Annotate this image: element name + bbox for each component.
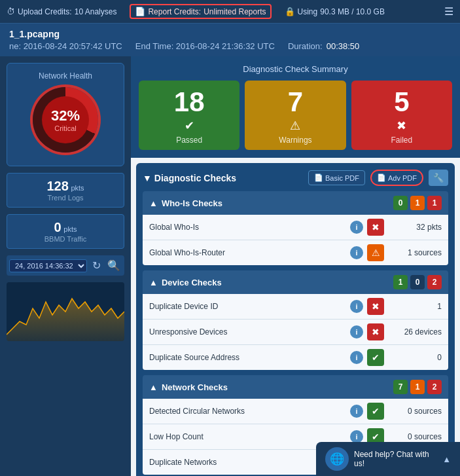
network-badge-1: 1 [410,380,425,394]
adv-pdf-icon: 📄 [377,174,386,182]
network-arrow: ▲ [149,382,158,392]
upload-icon: ⏱ [7,7,15,16]
trendlogs-value: 128 [46,179,68,193]
whois-arrow: ▲ [149,198,158,208]
whois-badge-0: 0 [393,196,408,210]
table-row: Duplicate Device ID i ✖ 1 [143,294,448,320]
gauge-outer: 32% Critical [33,87,98,153]
check-result-0: 32 pkts [389,223,442,232]
failed-count: 5 [357,88,447,116]
chat-widget[interactable]: 🌐 Need help? Chat with us! ▲ [316,442,460,476]
check-name-global-whois-router: Global Who-Is-Router [149,248,346,257]
gauge-container: 32% Critical [33,87,98,153]
status-icon-2: ✖ [367,298,384,315]
mini-chart [7,282,124,341]
info-icon-2[interactable]: i [350,300,363,313]
warnings-label: Warnings [250,136,340,145]
check-name-circular: Detected Circular Networks [149,407,346,416]
table-row: Global Who-Is i ✖ 32 pkts [143,215,448,240]
menu-icon[interactable]: ☰ [444,5,453,18]
whois-title: Who-Is Checks [162,198,222,208]
whois-badge-1: 1 [410,196,425,210]
chat-text: Need help? Chat with us! [354,450,437,468]
basic-pdf-button[interactable]: 📄 Basic PDF [308,170,365,185]
gauge-status: Critical [54,124,77,132]
stat-box-bbmd: 0 pkts BBMD Traffic [7,214,124,249]
pdf-icon: 📄 [314,174,323,182]
info-icon-6[interactable]: i [350,430,363,443]
warnings-icon: ⚠ [250,119,340,133]
right-panel: Diagnostic Check Summary 18 ✔ Passed 7 ⚠… [131,56,460,476]
check-result-3: 26 devices [389,327,442,337]
diag-arrow: ▼ [143,173,152,183]
upload-credits: ⏱ Upload Credits: 10 Analyses [7,7,116,16]
report-credits: 📄 Report Credits: Unlimited Reports [130,4,271,19]
main-layout: Network Health 32% Critical 128 pkts Tre… [0,56,460,476]
zoom-icon[interactable]: 🔍 [106,258,122,273]
info-icon-4[interactable]: i [350,351,363,364]
check-result-4: 0 [389,353,442,362]
trendlogs-desc: Trend Logs [15,194,116,202]
device-badge-1: 0 [410,275,425,289]
check-result-6: 0 sources [389,432,442,441]
info-icon-1[interactable]: i [350,246,363,259]
summary-warnings: 7 ⚠ Warnings [245,81,345,150]
passed-count: 18 [144,88,234,116]
report-icon: 📄 [135,7,145,16]
check-result-5: 0 sources [389,407,442,416]
storage-info: 🔒 Using 90.3 MB / 10.0 GB [285,7,385,16]
check-result-1: 1 sources [389,248,442,257]
device-group-header[interactable]: ▲ Device Checks 1 0 2 [143,270,448,294]
date-controls: 24, 2016 14:36:32 ↻ 🔍 [7,255,124,276]
network-health-card: Network Health 32% Critical [7,63,124,166]
info-icon-5[interactable]: i [350,405,363,418]
status-icon-1: ⚠ [367,244,384,261]
check-name-unresponsive: Unresponsive Devices [149,327,346,337]
check-name-dup-source: Duplicate Source Address [149,353,346,362]
diag-header: ▼ Diagnostic Checks 📄 Basic PDF 📄 Adv PD… [143,170,448,186]
table-row: Unresponsive Devices i ✖ 26 devices [143,320,448,345]
whois-badge-2: 1 [427,196,442,210]
network-health-title: Network Health [15,71,116,81]
network-badges: 7 1 2 [393,380,442,394]
bbmd-unit: pkts [63,225,77,233]
check-result-2: 1 [389,302,442,311]
date-select[interactable]: 24, 2016 14:36:32 [9,259,87,272]
gauge-inner: 32% Critical [42,96,89,143]
bbmd-value: 0 [54,220,62,234]
left-panel: Network Health 32% Critical 128 pkts Tre… [0,56,131,476]
status-icon-3: ✖ [367,323,384,340]
network-group-header[interactable]: ▲ Network Checks 7 1 2 [143,375,448,399]
table-row: Duplicate Source Address i ✔ 0 [143,345,448,370]
info-icon-0[interactable]: i [350,221,363,234]
check-group-device: ▲ Device Checks 1 0 2 Duplicate Device I… [143,270,448,370]
wrench-button[interactable]: 🔧 [429,170,448,186]
device-badge-2: 2 [427,275,442,289]
passed-icon: ✔ [144,119,234,133]
table-row: Global Who-Is-Router i ⚠ 1 sources [143,240,448,265]
chat-close-icon[interactable]: ▲ [442,454,451,464]
refresh-icon[interactable]: ↻ [91,258,102,273]
file-info-bar: 1_1.pcapng ne: 2016-08-24 20:57:42 UTC E… [0,24,460,56]
chat-icon: 🌐 [325,447,349,471]
network-badge-2: 2 [427,380,442,394]
duration-value: 00:38:50 [327,41,360,51]
summary-failed: 5 ✖ Failed [351,81,452,150]
check-group-whois: ▲ Who-Is Checks 0 1 1 Global Who-Is i ✖ … [143,191,448,265]
failed-label: Failed [357,136,447,145]
status-icon-5: ✔ [367,403,384,420]
device-arrow: ▲ [149,278,158,287]
adv-pdf-button[interactable]: 📄 Adv PDF [370,170,423,186]
info-icon-3[interactable]: i [350,325,363,339]
diag-title: ▼ Diagnostic Checks [143,173,303,183]
whois-group-header[interactable]: ▲ Who-Is Checks 0 1 1 [143,191,448,215]
status-icon-0: ✖ [367,219,384,236]
storage-icon: 🔒 [285,7,295,16]
end-time: End Time: 2016-08-24 21:36:32 UTC [135,41,275,51]
chart-svg [7,282,124,341]
start-time-label: ne: 2016-08-24 20:57:42 UTC [9,41,122,51]
duration-label: Duration: [288,41,323,51]
status-icon-4: ✔ [367,349,384,366]
stat-box-trendlogs: 128 pkts Trend Logs [7,173,124,208]
warnings-count: 7 [250,88,340,116]
